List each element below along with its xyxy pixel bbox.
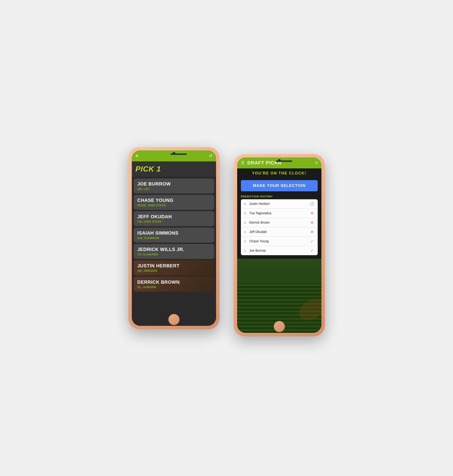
list-item[interactable]: CHASE YOUNG EDGE, OHIO STATE [134, 195, 214, 210]
clock-icon: 🕐 [310, 202, 314, 206]
player-position: QB, LSU [137, 187, 211, 191]
correct-icon: ✓ [310, 248, 314, 253]
refresh-button[interactable]: ↺ [209, 153, 212, 158]
left-phone-home-button[interactable] [168, 314, 180, 325]
make-selection-button[interactable]: MAKE YOUR SELECTION [241, 180, 318, 191]
player-position: CB, OHIO STATE [137, 220, 211, 223]
list-item[interactable]: JUSTIN HERBERT QB, OREGON [134, 260, 214, 275]
player-position: QB, OREGON [137, 269, 211, 273]
pred-number: 3. [244, 230, 249, 234]
pred-player-name: Jeff Okudah [249, 230, 310, 234]
draft-refresh-button[interactable]: ↺ [315, 161, 318, 165]
list-item[interactable]: JOE BURROW QB, LSU [134, 179, 214, 193]
left-phone-screen-container: × ↺ PICK 1 JOE BURROW QB, LSU CHASE YOUN… [132, 150, 216, 326]
draft-content: YOU'RE ON THE CLOCK! MAKE YOUR SELECTION… [237, 168, 321, 333]
select-button-label: MAKE YOUR SELECTION [253, 183, 305, 188]
right-phone-screen: ☰ DRAFT PICKR ↺ YOU'RE ON THE CLOCK! MAK… [237, 157, 321, 333]
pred-number: 5. [244, 211, 249, 215]
pred-number: 1. [244, 249, 249, 252]
prediction-list: 6. Justin Herbert 🕐 5. Tua Tagovailoa ✕ [241, 199, 318, 255]
table-row[interactable]: 2. Chase Young ✓ [241, 237, 318, 246]
pred-number: 2. [244, 240, 249, 243]
pred-player-name: Chase Young [249, 239, 310, 243]
correct-icon: ✓ [310, 239, 314, 243]
list-item[interactable]: JEFF OKUDAH CB, OHIO STATE [134, 211, 214, 226]
right-phone-home-button[interactable] [274, 321, 285, 332]
player-name: JEDRICK WILLS JR. [137, 247, 211, 252]
close-button[interactable]: × [135, 153, 138, 159]
scene: × ↺ PICK 1 JOE BURROW QB, LSU CHASE YOUN… [119, 131, 334, 346]
pred-player-name: Justin Herbert [249, 202, 310, 206]
pred-player-name: Joe Burrow [249, 249, 310, 252]
table-row[interactable]: 6. Justin Herbert 🕐 [241, 199, 318, 209]
pick-list: JOE BURROW QB, LSU CHASE YOUNG EDGE, OHI… [132, 177, 216, 326]
player-name: ISAIAH SIMMONS [137, 230, 211, 236]
wrong-icon: ✕ [310, 230, 314, 234]
pick-title-area: PICK 1 [132, 161, 216, 177]
left-phone: × ↺ PICK 1 JOE BURROW QB, LSU CHASE YOUN… [128, 147, 219, 329]
right-phone: ☰ DRAFT PICKR ↺ YOU'RE ON THE CLOCK! MAK… [234, 154, 325, 336]
wrong-icon: ✕ [310, 220, 314, 225]
table-row[interactable]: 5. Tua Tagovailoa ✕ [241, 209, 318, 218]
player-position: OT, ALABAMA [137, 253, 211, 256]
right-phone-speaker [276, 160, 292, 162]
player-position: DL, AUBURN [137, 285, 211, 289]
wrong-icon: ✕ [310, 211, 314, 215]
right-phone-screen-container: ☰ DRAFT PICKR ↺ YOU'RE ON THE CLOCK! MAK… [237, 157, 321, 333]
prediction-label: PREDICTION HISTORY [241, 195, 318, 198]
table-row[interactable]: 3. Jeff Okudah ✕ [241, 227, 318, 237]
list-item[interactable]: ISAIAH SIMMONS ILB, CLEMSON [134, 228, 214, 242]
player-name: JUSTIN HERBERT [137, 263, 211, 269]
left-phone-screen: × ↺ PICK 1 JOE BURROW QB, LSU CHASE YOUN… [132, 150, 216, 326]
prediction-section: PREDICTION HISTORY 6. Justin Herbert 🕐 5… [241, 195, 318, 255]
list-item[interactable]: JEDRICK WILLS JR. OT, ALABAMA [134, 244, 214, 259]
menu-icon[interactable]: ☰ [241, 160, 245, 165]
player-name: DERRICK BROWN [137, 280, 211, 285]
pred-player-name: Derrick Brown [249, 221, 310, 224]
table-row[interactable]: 1. Joe Burrow ✓ [241, 246, 318, 255]
pick-title: PICK 1 [135, 165, 212, 173]
list-item[interactable]: DERRICK BROWN DL, AUBURN [134, 277, 214, 292]
clock-text: YOU'RE ON THE CLOCK! [237, 168, 321, 178]
table-row[interactable]: 4. Derrick Brown ✕ [241, 218, 318, 227]
pred-player-name: Tua Tagovailoa [249, 211, 310, 215]
pred-number: 6. [244, 202, 249, 206]
player-name: CHASE YOUNG [137, 198, 211, 203]
player-position: ILB, CLEMSON [137, 236, 211, 240]
pred-number: 4. [244, 221, 249, 224]
player-position: EDGE, OHIO STATE [137, 203, 211, 207]
player-name: JOE BURROW [137, 181, 211, 187]
player-name: JEFF OKUDAH [137, 214, 211, 219]
left-phone-speaker [170, 153, 187, 155]
